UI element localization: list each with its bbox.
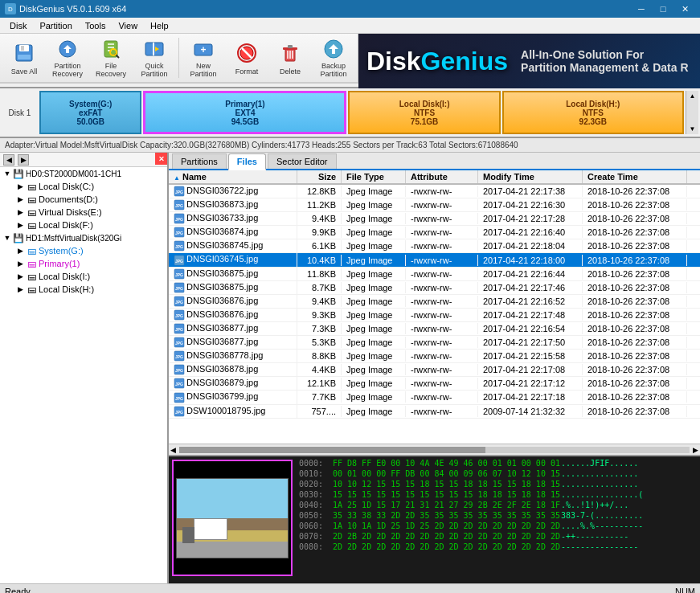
local-i-drive-icon: 🖴 bbox=[26, 271, 37, 282]
num-lock-indicator: NUM bbox=[675, 587, 695, 594]
tree-local-i[interactable]: ▶ 🖴 Local Disk(I:) bbox=[0, 270, 167, 283]
table-row[interactable]: JPGDNSGI036874.jpg 9.9KB Jpeg Image -rwx… bbox=[169, 226, 700, 239]
nav-back-button[interactable]: ◀ bbox=[3, 154, 14, 166]
menu-partition[interactable]: Partition bbox=[33, 19, 78, 32]
svg-text:JPG: JPG bbox=[175, 190, 183, 194]
local-c-toggle-icon: ▶ bbox=[16, 182, 24, 190]
partition-recovery-icon bbox=[55, 38, 80, 60]
file-attr-cell: -rwxrw-rw- bbox=[406, 406, 478, 417]
table-row[interactable]: JPGDNSGI036873.jpg 11.2KB Jpeg Image -rw… bbox=[169, 198, 700, 212]
tab-sector-editor[interactable]: Sector Editor bbox=[268, 153, 337, 169]
table-row[interactable]: JPGDSW100018795.jpg 757.... Jpeg Image -… bbox=[169, 405, 700, 419]
table-row[interactable]: JPGDNSGI0368778.jpg 8.8KB Jpeg Image -rw… bbox=[169, 350, 700, 363]
nav-forward-button[interactable]: ▶ bbox=[18, 154, 29, 166]
hex-ascii: ......JFIF...... bbox=[561, 458, 638, 468]
maximize-button[interactable]: □ bbox=[653, 1, 673, 17]
menu-tools[interactable]: Tools bbox=[79, 19, 113, 32]
svg-text:JPG: JPG bbox=[175, 231, 183, 235]
primary-partition[interactable]: Primary(1) EXT4 94.5GB bbox=[143, 91, 346, 134]
local-i-toggle-icon: ▶ bbox=[16, 272, 24, 280]
new-partition-icon: + bbox=[190, 38, 216, 60]
col-header-create[interactable]: Create Time bbox=[583, 170, 687, 183]
tree-local-c[interactable]: ▶ 🖴 Local Disk(C:) bbox=[0, 180, 167, 193]
table-row[interactable]: JPGDNSGI036745.jpg 10.4KB Jpeg Image -rw… bbox=[169, 253, 700, 267]
tree-documents-d[interactable]: ▶ 🖴 Documents(D:) bbox=[0, 193, 167, 206]
tree-local-f[interactable]: ▶ 🖴 Local Disk(F:) bbox=[0, 219, 167, 231]
hscroll-track[interactable] bbox=[179, 447, 690, 453]
tree-hd0[interactable]: ▼ 💾 HD0:ST2000DM001-1CH1 bbox=[0, 167, 167, 180]
quick-partition-button[interactable]: QuickPartition bbox=[133, 35, 175, 80]
local-i-partition[interactable]: Local Disk(I:) NTFS 75.1GB bbox=[348, 91, 500, 134]
new-partition-button[interactable]: + NewPartition bbox=[182, 35, 224, 80]
hex-ascii: ---------------- bbox=[561, 542, 638, 552]
file-size-cell: 12.8KB bbox=[297, 186, 342, 197]
file-name-cell: JPGDNSGI036879.jpg bbox=[169, 377, 297, 390]
table-row[interactable]: JPGDNSGI036875.jpg 11.8KB Jpeg Image -rw… bbox=[169, 268, 700, 281]
file-table-hscroll[interactable]: ◀ ▶ bbox=[169, 444, 700, 455]
file-name-cell: JPGDNSGI036745.jpg bbox=[169, 253, 297, 266]
file-name-cell: JPGDNSGI036733.jpg bbox=[169, 212, 297, 225]
table-row[interactable]: JPGDNSGI036722.jpg 12.8KB Jpeg Image -rw… bbox=[169, 185, 700, 198]
format-button[interactable]: Format bbox=[226, 35, 268, 80]
tree-system-g[interactable]: ▶ 🖴 System(G:) bbox=[0, 244, 167, 257]
close-button[interactable]: ✕ bbox=[674, 1, 695, 17]
table-row[interactable]: JPGDNSGI036799.jpg 7.7KB Jpeg Image -rwx… bbox=[169, 391, 700, 404]
file-rows-container: JPGDNSGI036722.jpg 12.8KB Jpeg Image -rw… bbox=[169, 185, 700, 419]
primary-partition-fs: EXT4 bbox=[235, 108, 255, 117]
hex-row: 0070:2D 2B 2D 2D 2D 2D 2D 2D 2D 2D 2D 2D… bbox=[299, 531, 697, 542]
table-row[interactable]: JPGDNSGI036733.jpg 9.4KB Jpeg Image -rwx… bbox=[169, 212, 700, 226]
tab-partitions[interactable]: Partitions bbox=[172, 153, 227, 169]
tree-local-h[interactable]: ▶ 🖴 Local Disk(H:) bbox=[0, 283, 167, 296]
file-create-cell: 2018-10-26 22:37:08 bbox=[583, 364, 687, 375]
file-size-cell: 9.3KB bbox=[297, 309, 342, 321]
file-recovery-button[interactable]: FileRecovery bbox=[90, 35, 132, 80]
file-modify-cell: 2017-04-21 22:17:50 bbox=[478, 337, 583, 348]
system-partition[interactable]: System(G:) exFAT 50.0GB bbox=[39, 91, 141, 134]
table-row[interactable]: JPGDNSGI036879.jpg 12.1KB Jpeg Image -rw… bbox=[169, 377, 700, 391]
tree-virtual-e[interactable]: ▶ 🖴 Virtual Disks(E:) bbox=[0, 206, 167, 219]
file-name-cell: JPGDNSGI036799.jpg bbox=[169, 391, 297, 403]
quick-partition-icon bbox=[141, 38, 167, 60]
minimize-button[interactable]: ─ bbox=[631, 1, 652, 17]
col-header-attr[interactable]: Attribute bbox=[406, 170, 478, 183]
tab-files[interactable]: Files bbox=[228, 153, 266, 170]
table-row[interactable]: JPGDNSGI0368745.jpg 6.1KB Jpeg Image -rw… bbox=[169, 239, 700, 253]
hex-ascii: 383-7-(.......... bbox=[561, 510, 643, 521]
info-bar: Adapter:Virtual Model:MsftVirtualDisk Ca… bbox=[0, 138, 700, 153]
col-header-name[interactable]: ▲ Name bbox=[169, 170, 297, 183]
local-h-partition[interactable]: Local Disk(H:) NTFS 92.3GB bbox=[502, 91, 684, 134]
table-row[interactable]: JPGDNSGI036876.jpg 9.4KB Jpeg Image -rwx… bbox=[169, 295, 700, 309]
col-header-type[interactable]: File Type bbox=[342, 170, 406, 183]
file-size-cell: 9.4KB bbox=[297, 296, 342, 307]
table-row[interactable]: JPGDNSGI036877.jpg 7.3KB Jpeg Image -rwx… bbox=[169, 322, 700, 336]
menu-disk[interactable]: Disk bbox=[3, 19, 33, 32]
hd1-label: HD1:MsftVirtualDisk(320Gi bbox=[26, 234, 121, 243]
partition-recovery-button[interactable]: PartitionRecovery bbox=[47, 35, 88, 80]
hex-ascii: ....%.%---------- bbox=[561, 521, 643, 531]
file-modify-cell: 2017-04-21 22:17:08 bbox=[478, 364, 583, 375]
col-header-modify[interactable]: Modify Time bbox=[478, 170, 583, 183]
scroll-up-icon: ▲ bbox=[690, 92, 696, 100]
hscroll-thumb[interactable] bbox=[179, 447, 485, 453]
table-row[interactable]: JPGDNSGI036877.jpg 5.3KB Jpeg Image -rwx… bbox=[169, 336, 700, 350]
table-row[interactable]: JPGDNSGI036878.jpg 4.4KB Jpeg Image -rwx… bbox=[169, 363, 700, 377]
tree-primary1[interactable]: ▶ 🖴 Primary(1) bbox=[0, 257, 167, 270]
backup-partition-button[interactable]: BackupPartition bbox=[313, 35, 354, 80]
file-modify-cell: 2017-04-21 22:17:48 bbox=[478, 309, 583, 321]
table-row[interactable]: JPGDNSGI036875.jpg 8.7KB Jpeg Image -rwx… bbox=[169, 281, 700, 295]
save-all-button[interactable]: Save All bbox=[3, 35, 45, 80]
delete-button[interactable]: Delete bbox=[269, 35, 311, 80]
panel-close-button[interactable]: ✕ bbox=[155, 153, 167, 165]
file-size-cell: 8.7KB bbox=[297, 282, 342, 293]
menu-help[interactable]: Help bbox=[144, 19, 175, 32]
table-row[interactable]: JPGDNSGI036876.jpg 9.3KB Jpeg Image -rwx… bbox=[169, 309, 700, 322]
file-create-cell: 2018-10-26 22:37:08 bbox=[583, 186, 687, 197]
hex-row: 0050:35 33 38 33 2D 2D 35 35 35 35 35 35… bbox=[299, 510, 697, 521]
documents-d-label: Documents(D:) bbox=[39, 194, 98, 204]
file-table-header: ▲ Name Size File Type Attribute Modify T… bbox=[169, 170, 700, 185]
tree-hd1[interactable]: ▼ 💾 HD1:MsftVirtualDisk(320Gi bbox=[0, 231, 167, 244]
menu-view[interactable]: View bbox=[112, 19, 144, 32]
disk-bar-scrollbar[interactable]: ▲ ▼ bbox=[686, 91, 698, 134]
file-modify-cell: 2017-04-21 22:16:30 bbox=[478, 199, 583, 211]
col-header-size[interactable]: Size bbox=[297, 170, 342, 183]
